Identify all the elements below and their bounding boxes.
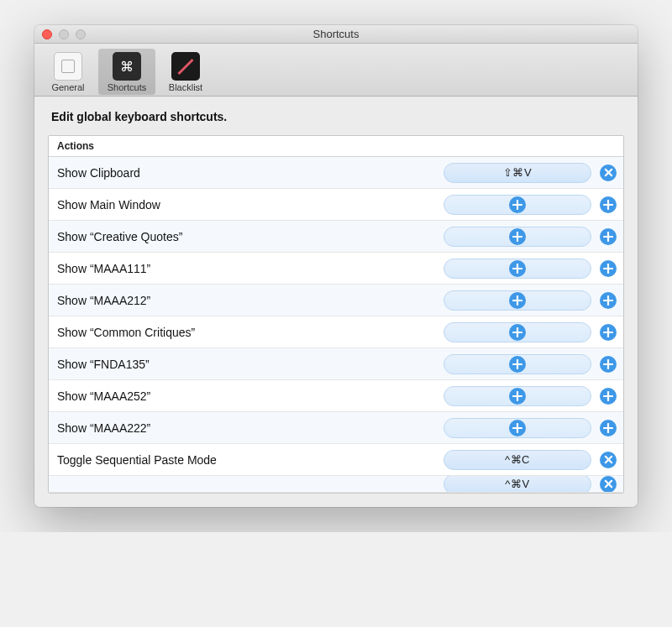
add-shortcut-button[interactable] xyxy=(600,196,617,213)
table-row: Show “MAAA111” xyxy=(49,253,623,285)
shortcut-field[interactable] xyxy=(444,322,591,342)
window-title: Shortcuts xyxy=(34,28,638,40)
add-shortcut-button[interactable] xyxy=(600,260,617,277)
add-shortcut-button[interactable] xyxy=(600,356,617,373)
table-header-actions: Actions xyxy=(49,136,623,157)
shortcut-field[interactable]: ^⌘C xyxy=(444,450,591,470)
content-area: Edit global keyboard shortcuts. Actions … xyxy=(34,97,638,507)
table-row: Show Clipboard⇧⌘V xyxy=(49,157,623,189)
shortcut-field[interactable] xyxy=(444,290,591,311)
table-row: Show “MAAA212” xyxy=(49,285,623,316)
shortcuts-table: Actions Show Clipboard⇧⌘VShow Main Windo… xyxy=(48,135,624,494)
close-button[interactable] xyxy=(42,29,52,39)
action-label: Show “MAAA212” xyxy=(57,294,444,307)
action-label: Show Main Window xyxy=(57,198,444,212)
tab-general[interactable]: General xyxy=(39,49,97,95)
blacklist-icon xyxy=(171,52,200,81)
tab-blacklist[interactable]: Blacklist xyxy=(157,49,214,95)
preferences-window: Shortcuts General ⌘ Shortcuts Blacklist … xyxy=(34,25,638,507)
action-label: Show “FNDA135” xyxy=(57,358,444,371)
add-shortcut-icon xyxy=(509,388,526,405)
table-row: Show Main Window xyxy=(49,189,623,221)
add-shortcut-icon xyxy=(509,420,526,436)
action-label: Show “MAAA252” xyxy=(57,389,444,403)
shortcut-field[interactable] xyxy=(444,227,591,247)
add-shortcut-button[interactable] xyxy=(600,324,617,341)
shortcut-field[interactable]: ⇧⌘V xyxy=(444,163,591,183)
table-row: Show “Creative Quotes” xyxy=(49,221,623,253)
clear-shortcut-button[interactable] xyxy=(600,452,617,468)
action-label: Show “Creative Quotes” xyxy=(57,230,444,243)
table-row: Toggle Sequential Paste Mode^⌘C xyxy=(49,444,623,476)
clear-shortcut-button[interactable] xyxy=(600,165,617,181)
minimize-button[interactable] xyxy=(59,29,69,39)
table-row: ^⌘V xyxy=(49,476,623,493)
tab-label: General xyxy=(51,82,84,92)
add-shortcut-icon xyxy=(509,196,526,213)
add-shortcut-button[interactable] xyxy=(600,420,617,436)
tab-label: Blacklist xyxy=(169,82,202,92)
general-icon xyxy=(54,52,82,81)
shortcut-field[interactable] xyxy=(444,259,591,279)
shortcut-field[interactable] xyxy=(444,418,591,438)
add-shortcut-icon xyxy=(509,292,526,309)
traffic-lights xyxy=(34,29,86,39)
zoom-button[interactable] xyxy=(76,29,86,39)
action-label: Show Clipboard xyxy=(57,166,444,180)
shortcut-field[interactable] xyxy=(444,354,591,374)
table-rows: Show Clipboard⇧⌘VShow Main WindowShow “C… xyxy=(49,157,623,493)
shortcut-field[interactable]: ^⌘V xyxy=(444,476,591,493)
table-row: Show “MAAA222” xyxy=(49,412,623,444)
tab-label: Shortcuts xyxy=(108,82,146,92)
add-shortcut-icon xyxy=(509,228,526,245)
add-shortcut-icon xyxy=(509,356,526,373)
tab-shortcuts[interactable]: ⌘ Shortcuts xyxy=(98,49,155,95)
add-shortcut-button[interactable] xyxy=(600,388,617,405)
add-shortcut-icon xyxy=(509,324,526,341)
table-row: Show “Common Critiques” xyxy=(49,316,623,348)
action-label: Show “MAAA222” xyxy=(57,421,444,435)
clear-shortcut-button[interactable] xyxy=(600,476,617,493)
add-shortcut-button[interactable] xyxy=(600,292,617,309)
shortcut-field[interactable] xyxy=(444,386,591,406)
toolbar: General ⌘ Shortcuts Blacklist xyxy=(34,44,638,97)
add-shortcut-button[interactable] xyxy=(600,228,617,245)
table-row: Show “FNDA135” xyxy=(49,348,623,380)
shortcut-field[interactable] xyxy=(444,195,591,215)
action-label: Show “MAAA111” xyxy=(57,262,444,275)
titlebar: Shortcuts xyxy=(34,25,638,44)
action-label: Toggle Sequential Paste Mode xyxy=(57,453,444,467)
action-label: Show “Common Critiques” xyxy=(57,326,444,339)
section-heading: Edit global keyboard shortcuts. xyxy=(48,110,624,123)
table-row: Show “MAAA252” xyxy=(49,380,623,412)
add-shortcut-icon xyxy=(509,260,526,277)
shortcuts-icon: ⌘ xyxy=(113,52,141,81)
